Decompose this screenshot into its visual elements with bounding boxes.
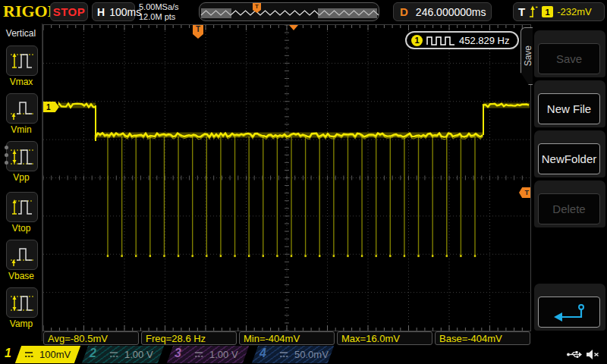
vtop-icon — [9, 195, 35, 219]
vbase-button[interactable] — [6, 240, 38, 270]
vtop-label: Vtop — [0, 223, 42, 234]
dc-coupling-icon — [109, 351, 118, 358]
channel4-scale: 50.0mV — [294, 349, 329, 360]
frequency-counter-badge: 1 452.829 Hz — [405, 31, 519, 49]
rising-edge-trigger-icon — [529, 5, 538, 18]
delay-indicator: D 246.000000ms — [393, 2, 492, 21]
counter-value: 452.829 Hz — [459, 35, 510, 46]
waveform-plot — [43, 25, 530, 331]
channel3-scale: 1.00 V — [209, 349, 238, 360]
sample-rate: 5.00MSa/s — [139, 2, 179, 12]
delay-value: 246.000000ms — [416, 6, 486, 18]
new-folder-button[interactable]: NewFolder — [538, 143, 600, 174]
dc-coupling-icon — [24, 351, 33, 358]
measure-menu-title: Vertical — [0, 28, 42, 39]
dc-coupling-icon — [279, 351, 288, 358]
measurement-readout-base: Base=-404mV — [435, 331, 530, 345]
menu-page-dot — [5, 161, 8, 165]
new-file-button[interactable]: New File — [538, 93, 600, 124]
soft-menu-slot: Save — [534, 30, 605, 77]
counter-channel-badge: 1 — [411, 35, 423, 46]
soft-menu: Save New File NewFolder Delete — [533, 24, 607, 341]
measurement-readout-max: Max=16.0mV — [337, 331, 432, 345]
vpp-icon — [9, 144, 35, 168]
top-status-bar: RIGOL STOP H 100ms 5.00MSa/s 12.0M pts T… — [0, 0, 607, 24]
channel2-number: 2 — [90, 347, 96, 360]
acquisition-info: 5.00MSa/s 12.0M pts — [139, 2, 179, 22]
vamp-button[interactable] — [6, 287, 38, 318]
vmin-label: Vmin — [0, 124, 42, 135]
vbase-label: Vbase — [0, 271, 42, 281]
channel-status-bar: 1 100mV 2 1.00 V 3 1.00 V — [0, 346, 607, 364]
measure-menu: Vertical Vmax Vmin — [0, 24, 42, 341]
soft-menu-slot: New File — [534, 80, 605, 127]
menu-tab-label: Save — [523, 46, 533, 66]
memory-position-strip[interactable]: T — [199, 2, 379, 21]
trigger-indicator: T 1 -232mV — [513, 2, 605, 21]
channel3-status[interactable]: 3 1.00 V — [168, 346, 249, 363]
vamp-label: Vamp — [0, 318, 42, 329]
dc-coupling-icon — [194, 351, 203, 358]
save-button: Save — [538, 43, 600, 74]
vmin-button[interactable] — [6, 93, 38, 124]
horizontal-timebase-indicator: H 100ms — [92, 2, 135, 21]
measurement-readout-min: Min=-404mV — [239, 331, 335, 345]
vmax-icon — [9, 49, 35, 73]
vmin-icon — [9, 96, 35, 121]
trigger-center-marker-icon — [289, 25, 298, 30]
vmax-label: Vmax — [0, 77, 42, 87]
channel1-status[interactable]: 1 100mV — [0, 346, 80, 363]
channel3-number: 3 — [175, 347, 181, 360]
channel4-status[interactable]: 4 50.0mV — [253, 346, 334, 363]
channel2-scale: 1.00 V — [124, 349, 153, 360]
run-state-indicator[interactable]: STOP — [50, 2, 88, 21]
oscilloscope-screen: RIGOL STOP H 100ms 5.00MSa/s 12.0M pts T… — [0, 0, 607, 364]
soft-menu-slot — [534, 284, 605, 331]
memory-waveform-preview — [200, 3, 379, 20]
h-label: H — [97, 6, 105, 18]
measurement-readout-avg: Avg=-80.5mV — [43, 331, 139, 345]
t-label: T — [518, 5, 525, 18]
soft-menu-slot: NewFolder — [534, 130, 605, 177]
delete-button: Delete — [538, 193, 600, 224]
soft-menu-slot: Delete — [534, 180, 605, 228]
pulse-train-icon — [426, 36, 455, 46]
vpp-button[interactable] — [6, 141, 38, 171]
trigger-level-value: -232mV — [557, 6, 592, 17]
waveform-display-area: T T 1 1 452.829 Hz — [42, 24, 531, 331]
channel2-status[interactable]: 2 1.00 V — [83, 346, 164, 363]
return-arrow-icon — [552, 303, 587, 322]
trigger-source-badge: 1 — [542, 6, 553, 17]
vamp-icon — [9, 290, 35, 315]
channel1-number: 1 — [5, 347, 11, 360]
menu-page-dot — [5, 146, 8, 149]
run-state-label: STOP — [53, 5, 86, 18]
vbase-icon — [9, 243, 35, 267]
channel1-scale: 100mV — [39, 349, 71, 360]
vpp-label: Vpp — [0, 172, 42, 183]
menu-page-dot — [5, 153, 8, 157]
timebase-value: 100ms — [109, 6, 141, 18]
channel4-number: 4 — [259, 347, 266, 360]
usb-icon — [566, 350, 583, 359]
d-label: D — [400, 5, 408, 18]
measurement-readout-freq: Freq=28.6 Hz — [141, 331, 237, 345]
enter-back-button[interactable] — [538, 297, 600, 328]
vtop-button[interactable] — [6, 192, 38, 222]
memory-depth: 12.0M pts — [139, 12, 179, 22]
vmax-button[interactable] — [6, 46, 38, 76]
speaker-muted-icon — [586, 349, 599, 360]
